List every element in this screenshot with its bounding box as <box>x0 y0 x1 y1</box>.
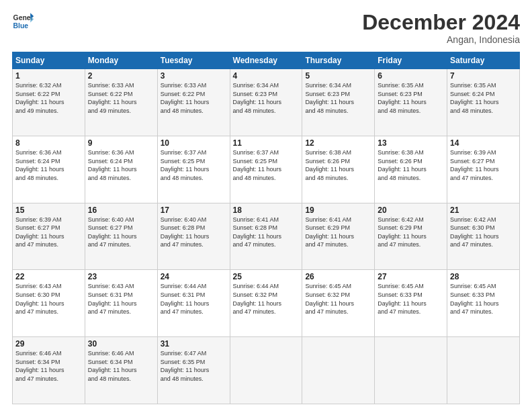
day-info: Sunrise: 6:44 AM Sunset: 6:32 PM Dayligh… <box>233 282 300 316</box>
calendar-cell: 11Sunrise: 6:37 AM Sunset: 6:25 PM Dayli… <box>230 136 302 203</box>
day-number: 28 <box>450 272 517 281</box>
calendar-cell: 26Sunrise: 6:45 AM Sunset: 6:32 PM Dayli… <box>302 270 375 337</box>
day-number: 19 <box>305 205 371 215</box>
day-info: Sunrise: 6:35 AM Sunset: 6:23 PM Dayligh… <box>378 81 444 115</box>
weekday-header: Monday <box>85 52 157 69</box>
logo: General Blue <box>12 11 34 32</box>
location-subtitle: Angan, Indonesia <box>362 34 520 45</box>
calendar-week-row: 1Sunrise: 6:32 AM Sunset: 6:22 PM Daylig… <box>13 69 520 136</box>
calendar-cell <box>447 337 520 404</box>
day-info: Sunrise: 6:41 AM Sunset: 6:29 PM Dayligh… <box>305 216 371 249</box>
day-info: Sunrise: 6:33 AM Sunset: 6:22 PM Dayligh… <box>161 81 227 115</box>
day-info: Sunrise: 6:43 AM Sunset: 6:31 PM Dayligh… <box>88 282 154 316</box>
header: General Blue December 2024 Angan, Indone… <box>12 11 520 45</box>
title-block: December 2024 Angan, Indonesia <box>362 11 520 45</box>
page: General Blue December 2024 Angan, Indone… <box>0 0 532 411</box>
weekday-header: Tuesday <box>157 52 230 69</box>
day-info: Sunrise: 6:45 AM Sunset: 6:33 PM Dayligh… <box>450 282 517 316</box>
calendar-cell: 19Sunrise: 6:41 AM Sunset: 6:29 PM Dayli… <box>302 203 375 270</box>
day-info: Sunrise: 6:40 AM Sunset: 6:27 PM Dayligh… <box>88 216 154 249</box>
calendar-cell: 10Sunrise: 6:37 AM Sunset: 6:25 PM Dayli… <box>157 136 230 203</box>
day-number: 4 <box>233 71 300 81</box>
day-number: 1 <box>15 71 82 81</box>
calendar-cell: 15Sunrise: 6:39 AM Sunset: 6:27 PM Dayli… <box>13 203 85 270</box>
day-info: Sunrise: 6:45 AM Sunset: 6:33 PM Dayligh… <box>378 282 444 316</box>
day-number: 11 <box>233 138 300 148</box>
day-info: Sunrise: 6:38 AM Sunset: 6:26 PM Dayligh… <box>378 148 444 182</box>
calendar-cell: 5Sunrise: 6:34 AM Sunset: 6:23 PM Daylig… <box>302 69 375 136</box>
month-title: December 2024 <box>362 11 520 34</box>
calendar-cell <box>375 337 447 404</box>
day-info: Sunrise: 6:47 AM Sunset: 6:35 PM Dayligh… <box>161 349 227 383</box>
calendar-cell <box>230 337 302 404</box>
day-info: Sunrise: 6:40 AM Sunset: 6:28 PM Dayligh… <box>161 216 227 249</box>
day-info: Sunrise: 6:32 AM Sunset: 6:22 PM Dayligh… <box>15 81 82 115</box>
calendar-week-row: 8Sunrise: 6:36 AM Sunset: 6:24 PM Daylig… <box>13 136 520 203</box>
day-number: 26 <box>305 272 371 281</box>
weekday-header: Friday <box>375 52 447 69</box>
day-number: 6 <box>378 71 444 81</box>
calendar-cell: 4Sunrise: 6:34 AM Sunset: 6:23 PM Daylig… <box>230 69 302 136</box>
day-number: 29 <box>15 339 82 349</box>
day-number: 17 <box>161 205 227 215</box>
day-info: Sunrise: 6:38 AM Sunset: 6:26 PM Dayligh… <box>305 148 371 182</box>
day-number: 5 <box>305 71 371 81</box>
calendar-cell: 6Sunrise: 6:35 AM Sunset: 6:23 PM Daylig… <box>375 69 447 136</box>
day-info: Sunrise: 6:46 AM Sunset: 6:34 PM Dayligh… <box>88 349 154 383</box>
calendar-cell: 13Sunrise: 6:38 AM Sunset: 6:26 PM Dayli… <box>375 136 447 203</box>
calendar-week-row: 22Sunrise: 6:43 AM Sunset: 6:30 PM Dayli… <box>13 270 520 337</box>
day-info: Sunrise: 6:34 AM Sunset: 6:23 PM Dayligh… <box>305 81 371 115</box>
day-number: 7 <box>450 71 517 81</box>
calendar-cell: 23Sunrise: 6:43 AM Sunset: 6:31 PM Dayli… <box>85 270 157 337</box>
day-number: 22 <box>15 272 82 281</box>
weekday-header: Thursday <box>302 52 375 69</box>
calendar-cell: 9Sunrise: 6:36 AM Sunset: 6:24 PM Daylig… <box>85 136 157 203</box>
calendar-cell: 22Sunrise: 6:43 AM Sunset: 6:30 PM Dayli… <box>13 270 85 337</box>
day-number: 31 <box>161 339 227 349</box>
day-info: Sunrise: 6:36 AM Sunset: 6:24 PM Dayligh… <box>15 148 82 182</box>
day-number: 25 <box>233 272 300 281</box>
day-info: Sunrise: 6:37 AM Sunset: 6:25 PM Dayligh… <box>233 148 300 182</box>
day-number: 16 <box>88 205 154 215</box>
day-info: Sunrise: 6:36 AM Sunset: 6:24 PM Dayligh… <box>88 148 154 182</box>
calendar-cell: 2Sunrise: 6:33 AM Sunset: 6:22 PM Daylig… <box>85 69 157 136</box>
day-number: 18 <box>233 205 300 215</box>
day-number: 3 <box>161 71 227 81</box>
day-info: Sunrise: 6:44 AM Sunset: 6:31 PM Dayligh… <box>161 282 227 316</box>
day-number: 8 <box>15 138 82 148</box>
calendar-cell: 20Sunrise: 6:42 AM Sunset: 6:29 PM Dayli… <box>375 203 447 270</box>
day-number: 15 <box>15 205 82 215</box>
calendar-cell: 27Sunrise: 6:45 AM Sunset: 6:33 PM Dayli… <box>375 270 447 337</box>
calendar-cell: 29Sunrise: 6:46 AM Sunset: 6:34 PM Dayli… <box>13 337 85 404</box>
calendar-cell: 31Sunrise: 6:47 AM Sunset: 6:35 PM Dayli… <box>157 337 230 404</box>
day-number: 2 <box>88 71 154 81</box>
day-info: Sunrise: 6:41 AM Sunset: 6:28 PM Dayligh… <box>233 216 300 249</box>
calendar-cell: 17Sunrise: 6:40 AM Sunset: 6:28 PM Dayli… <box>157 203 230 270</box>
day-info: Sunrise: 6:35 AM Sunset: 6:24 PM Dayligh… <box>450 81 517 115</box>
day-info: Sunrise: 6:43 AM Sunset: 6:30 PM Dayligh… <box>15 282 82 316</box>
svg-text:Blue: Blue <box>13 22 29 30</box>
calendar-week-row: 29Sunrise: 6:46 AM Sunset: 6:34 PM Dayli… <box>13 337 520 404</box>
calendar-cell: 18Sunrise: 6:41 AM Sunset: 6:28 PM Dayli… <box>230 203 302 270</box>
calendar-week-row: 15Sunrise: 6:39 AM Sunset: 6:27 PM Dayli… <box>13 203 520 270</box>
weekday-header: Saturday <box>447 52 520 69</box>
weekday-header: Wednesday <box>230 52 302 69</box>
calendar-cell: 12Sunrise: 6:38 AM Sunset: 6:26 PM Dayli… <box>302 136 375 203</box>
day-number: 21 <box>450 205 517 215</box>
calendar-cell: 3Sunrise: 6:33 AM Sunset: 6:22 PM Daylig… <box>157 69 230 136</box>
calendar-cell: 8Sunrise: 6:36 AM Sunset: 6:24 PM Daylig… <box>13 136 85 203</box>
day-number: 20 <box>378 205 444 215</box>
day-number: 27 <box>378 272 444 281</box>
day-info: Sunrise: 6:37 AM Sunset: 6:25 PM Dayligh… <box>161 148 227 182</box>
calendar-table: SundayMondayTuesdayWednesdayThursdayFrid… <box>12 52 520 404</box>
day-info: Sunrise: 6:46 AM Sunset: 6:34 PM Dayligh… <box>15 349 82 383</box>
calendar-cell: 7Sunrise: 6:35 AM Sunset: 6:24 PM Daylig… <box>447 69 520 136</box>
day-number: 10 <box>161 138 227 148</box>
day-info: Sunrise: 6:39 AM Sunset: 6:27 PM Dayligh… <box>450 148 517 182</box>
day-number: 13 <box>378 138 444 148</box>
calendar-cell <box>302 337 375 404</box>
day-info: Sunrise: 6:34 AM Sunset: 6:23 PM Dayligh… <box>233 81 300 115</box>
calendar-cell: 16Sunrise: 6:40 AM Sunset: 6:27 PM Dayli… <box>85 203 157 270</box>
calendar-cell: 1Sunrise: 6:32 AM Sunset: 6:22 PM Daylig… <box>13 69 85 136</box>
day-number: 14 <box>450 138 517 148</box>
